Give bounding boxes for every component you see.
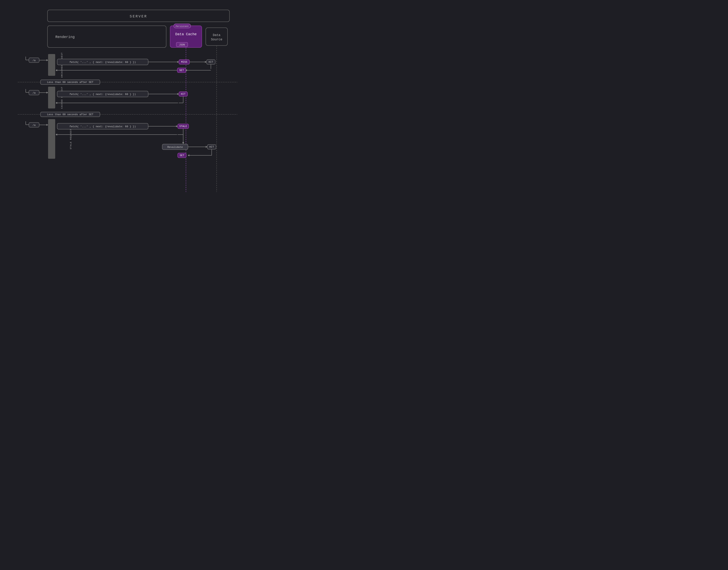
diagram-layout: SERVER Rendering Persistent Data Cache J… [0,0,245,198]
svg-text:HIT: HIT [208,60,213,63]
svg-rect-14 [48,54,55,76]
svg-marker-52 [56,102,57,104]
svg-rect-43 [48,87,55,108]
svg-text:CACHED REQUEST: CACHED REQUEST [61,86,63,109]
svg-text:STALE: STALE [179,125,187,128]
svg-text:Less than 60 seconds after SET: Less than 60 seconds after SET [47,113,93,116]
svg-marker-87 [188,155,189,157]
data-cache-title: Data Cache [175,32,197,36]
svg-text:HIT: HIT [181,93,185,95]
svg-text:fetch( '...' , { next: {revali: fetch( '...' , { next: {revalidate: 60 }… [69,93,136,96]
svg-text:SET: SET [180,154,184,157]
svg-marker-19 [177,61,179,63]
data-source-title: Data [213,33,220,37]
server-label: SERVER [130,14,147,18]
svg-marker-64 [46,124,48,126]
main-diagram-svg: SERVER Rendering Persistent Data Cache J… [8,6,237,192]
data-source-label: Source [211,38,222,41]
svg-marker-48 [177,93,179,95]
svg-text:/a: /a [32,59,36,62]
svg-marker-42 [46,92,48,94]
svg-marker-27 [56,69,57,71]
svg-marker-82 [206,146,207,148]
svg-marker-13 [46,59,48,61]
svg-text:HIT: HIT [209,146,214,149]
svg-marker-70 [176,125,178,127]
svg-text:Less than 60 seconds after SET: Less than 60 seconds after SET [47,81,93,84]
svg-marker-78 [182,142,184,144]
json-badge: JSON [179,43,185,46]
svg-text:STALE REQUEST: STALE REQUEST [70,128,72,149]
svg-marker-74 [56,133,57,135]
svg-text:fetch( '...' , { next: {revali: fetch( '...' , { next: {revalidate: 60 }… [69,125,136,128]
svg-text:fetch( '...' , { next: {revali: fetch( '...' , { next: {revalidate: 60 }… [69,61,136,64]
svg-marker-23 [205,61,206,63]
svg-text:/a: /a [32,91,36,94]
svg-rect-65 [48,119,55,159]
rendering-label: Rendering [55,35,75,39]
svg-text:/a: /a [32,124,36,127]
svg-text:Revalidate: Revalidate [167,146,183,149]
persistent-badge: Persistent [176,25,189,27]
svg-text:SET: SET [179,69,184,72]
svg-text:MISS: MISS [181,60,187,63]
